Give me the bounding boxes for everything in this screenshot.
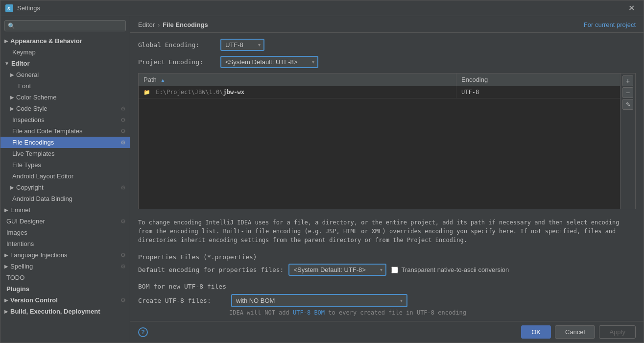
global-encoding-dropdown[interactable]: UTF-8 ▾ (220, 39, 264, 51)
global-encoding-value: UTF-8 (225, 41, 243, 49)
sidebar-item-livetemplates[interactable]: Live Templates (0, 148, 130, 159)
sidebar-item-label: Font (17, 82, 130, 90)
folder-icon: 📁 (143, 89, 150, 96)
transparent-checkbox-row: Transparent native-to-ascii conversion (391, 266, 509, 273)
sidebar-item-label: Spelling (9, 263, 120, 270)
search-input[interactable] (17, 22, 122, 29)
th-path[interactable]: Path ▲ (139, 74, 456, 86)
sidebar-item-filetypes[interactable]: File Types (0, 159, 130, 171)
gear-icon: ⚙ (120, 184, 130, 191)
table-row[interactable]: 📁 E:\Project\JBW\1.0\jbw-wx UTF-8 (139, 86, 620, 98)
sidebar-item-font[interactable]: Font (0, 80, 130, 92)
project-encoding-dropdown[interactable]: <System Default: UTF-8> ▾ (220, 56, 318, 68)
encoding-table: Path ▲ Encoding 📁 E:\Project (139, 74, 620, 209)
arrow-icon: ▶ (10, 185, 14, 190)
bom-hint-link[interactable]: UTF-8 BOM (293, 309, 325, 316)
arrow-icon: ▶ (4, 297, 8, 303)
remove-row-button[interactable]: − (622, 87, 633, 98)
sidebar-item-todo[interactable]: TODO (0, 272, 130, 283)
sidebar-item-label: File Encodings (11, 139, 120, 146)
sidebar-item-plugins[interactable]: Plugins (0, 283, 130, 294)
right-panel: Editor › File Encodings For current proj… (130, 16, 644, 343)
sidebar-item-buildexec[interactable]: ▶ Build, Execution, Deployment (0, 306, 130, 317)
sidebar-item-label: Android Data Binding (11, 195, 130, 202)
sidebar-item-androiddatabinding[interactable]: Android Data Binding (0, 193, 130, 204)
bom-hint-post: to every created file in UTF-8 encoding (325, 309, 466, 316)
sidebar-item-label: File and Code Templates (11, 127, 120, 135)
sort-asc-icon: ▲ (160, 77, 165, 83)
breadcrumb-current: File Encodings (163, 21, 208, 28)
chevron-down-icon: ▾ (258, 42, 261, 48)
sidebar-item-filecodetemp[interactable]: File and Code Templates ⚙ (0, 125, 130, 137)
bom-section: BOM for new UTF-8 files Create UTF-8 fil… (138, 283, 636, 316)
table-actions: + − ✎ (620, 74, 635, 209)
sidebar-item-androidlayout[interactable]: Android Layout Editor (0, 171, 130, 182)
sidebar-item-general[interactable]: ▶ General (0, 69, 130, 80)
properties-section: Properties Files (*.properties) Default … (138, 253, 636, 276)
apply-button[interactable]: Apply (599, 325, 636, 339)
global-encoding-label: Global Encoding: (138, 41, 216, 49)
project-encoding-row: Project Encoding: <System Default: UTF-8… (138, 56, 636, 68)
sidebar-item-images[interactable]: Images (0, 227, 130, 238)
info-text: To change encoding IntelliJ IDEA uses fo… (138, 214, 636, 248)
sidebar-item-emmet[interactable]: ▶ Emmet (0, 204, 130, 216)
sidebar-item-label: Emmet (9, 206, 130, 214)
panel-body: Global Encoding: UTF-8 ▾ Project Encodin… (130, 33, 644, 321)
app-icon: S (5, 4, 13, 12)
encoding-table-wrapper: Path ▲ Encoding 📁 E:\Project (138, 73, 636, 209)
sidebar-item-versioncontrol[interactable]: ▶ Version Control ⚙ (0, 294, 130, 306)
bom-hint-pre: IDEA will NOT add (229, 309, 293, 316)
sidebar-item-intentions[interactable]: Intentions (0, 238, 130, 249)
arrow-icon: ▶ (4, 264, 8, 269)
properties-title: Properties Files (*.properties) (138, 253, 636, 261)
edit-row-button[interactable]: ✎ (622, 99, 633, 110)
gear-icon: ⚙ (120, 263, 130, 270)
project-encoding-value: <System Default: UTF-8> (225, 58, 297, 66)
sidebar-item-fileencodings[interactable]: File Encodings ⚙ (0, 137, 130, 148)
td-encoding: UTF-8 (456, 86, 620, 98)
footer: ? OK Cancel Apply (130, 321, 644, 343)
sidebar-item-inspections[interactable]: Inspections ⚙ (0, 114, 130, 125)
chevron-down-icon: ▾ (400, 298, 403, 303)
arrow-icon: ▶ (10, 95, 14, 100)
global-encoding-row: Global Encoding: UTF-8 ▾ (138, 39, 636, 51)
sidebar-item-label: Color Scheme (15, 94, 130, 101)
sidebar-item-spelling[interactable]: ▶ Spelling ⚙ (0, 261, 130, 272)
breadcrumb-project-link[interactable]: For current project (584, 21, 636, 28)
sidebar-item-label: Version Control (9, 296, 120, 304)
settings-window: S Settings ✕ 🔍 ▶ Appearance & Behavior K… (0, 0, 644, 343)
sidebar-item-label: Language Injections (9, 251, 120, 259)
bom-create-label: Create UTF-8 files: (138, 297, 226, 304)
sidebar-item-langinjections[interactable]: ▶ Language Injections ⚙ (0, 249, 130, 261)
arrow-icon: ▶ (4, 309, 8, 314)
th-encoding[interactable]: Encoding (456, 74, 620, 86)
sidebar-item-label: Appearance & Behavior (9, 37, 130, 45)
breadcrumb-separator: › (158, 21, 160, 28)
transparent-checkbox[interactable] (391, 267, 398, 273)
add-row-button[interactable]: + (622, 75, 633, 86)
arrow-icon: ▼ (4, 61, 9, 66)
default-encoding-dropdown[interactable]: <System Default: UTF-8> ▾ (288, 264, 386, 276)
sidebar-item-label: Copyright (15, 184, 120, 191)
bom-title: BOM for new UTF-8 files (138, 283, 636, 290)
gear-icon: ⚙ (120, 218, 130, 225)
help-button[interactable]: ? (138, 327, 148, 337)
sidebar-item-guidesigner[interactable]: GUI Designer ⚙ (0, 216, 130, 227)
sidebar-item-colorscheme[interactable]: ▶ Color Scheme (0, 92, 130, 103)
sidebar-item-copyright[interactable]: ▶ Copyright ⚙ (0, 182, 130, 193)
sidebar-item-label: Live Templates (11, 150, 130, 157)
sidebar-item-appearance[interactable]: ▶ Appearance & Behavior (0, 35, 130, 47)
sidebar-item-keymap[interactable]: Keymap (0, 47, 130, 58)
sidebar-item-editor[interactable]: ▼ Editor (0, 58, 130, 69)
sidebar-item-codestyle[interactable]: ▶ Code Style ⚙ (0, 103, 130, 114)
cancel-button[interactable]: Cancel (555, 325, 595, 339)
arrow-icon: ▶ (10, 72, 14, 77)
sidebar-item-label: Keymap (11, 49, 130, 56)
ok-button[interactable]: OK (521, 325, 551, 339)
bom-create-dropdown[interactable]: with NO BOM ▾ (231, 294, 407, 307)
close-button[interactable]: ✕ (624, 1, 639, 15)
search-box[interactable]: 🔍 (4, 20, 126, 31)
sidebar: 🔍 ▶ Appearance & Behavior Keymap ▼ Edito… (0, 16, 130, 343)
window-title: Settings (17, 4, 624, 12)
sidebar-item-label: GUI Designer (5, 218, 120, 225)
